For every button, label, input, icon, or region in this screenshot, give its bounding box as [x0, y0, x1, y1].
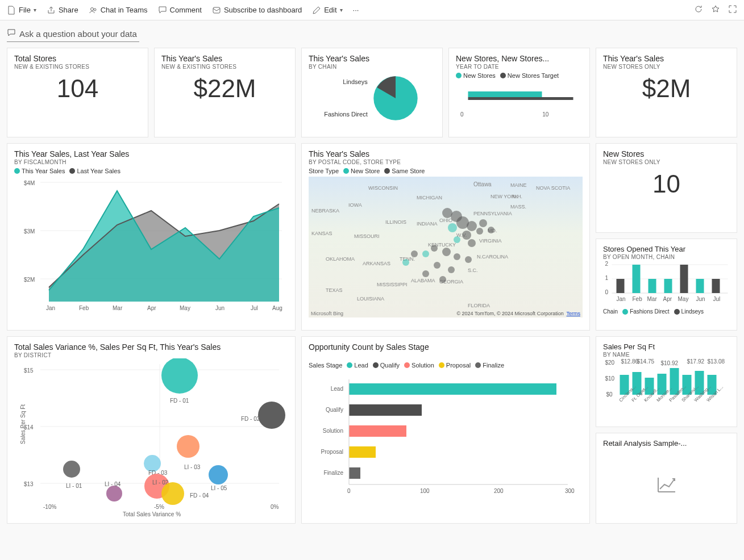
chevron-down-icon: ▾ [34, 7, 36, 13]
svg-text:Aug: Aug [272, 305, 282, 311]
bullet-chart [456, 81, 583, 110]
svg-text:200: 200 [494, 488, 504, 494]
tile-subtitle: YEAR TO DATE [456, 64, 583, 70]
fullscreen-icon[interactable] [728, 5, 737, 15]
tile-this-year-sales[interactable]: This Year's Sales NEW & EXISTING STORES … [154, 48, 296, 137]
svg-text:Apr: Apr [663, 296, 672, 302]
comment-label: Comment [170, 6, 202, 14]
legend-proposal: Proposal [446, 362, 471, 369]
tile-title: Retail Analysis Sample-... [603, 439, 730, 448]
svg-rect-5 [468, 97, 573, 100]
tile-title: Total Stores [14, 54, 141, 63]
legend-lead: Lead [354, 362, 368, 369]
legend-solution: Solution [412, 362, 434, 369]
tile-sales-per-sqft[interactable]: Sales Per Sq Ft BY NAME $20$10$0 $12.86 … [596, 336, 737, 427]
tile-total-stores[interactable]: Total Stores NEW & EXISTING STORES 104 [7, 48, 148, 137]
svg-text:$10: $10 [605, 375, 615, 382]
tile-title: This Year's Sales [161, 54, 288, 63]
svg-text:Feb: Feb [633, 296, 643, 302]
svg-rect-77 [349, 446, 376, 458]
ask-question-input[interactable]: Ask a question about your data [7, 27, 139, 42]
tile-stores-opened[interactable]: Stores Opened This Year BY OPEN MONTH, C… [596, 239, 737, 331]
svg-rect-2 [213, 7, 220, 13]
tile-title: This Year's Sales [309, 149, 583, 158]
share-label: Share [59, 6, 78, 14]
svg-text:Total Sales Variance %: Total Sales Variance % [123, 511, 181, 517]
tile-title: Sales Per Sq Ft [603, 342, 730, 351]
tile-new-stores-count[interactable]: New Stores NEW STORES ONLY 10 [596, 143, 737, 233]
more-menu[interactable]: ··· [353, 6, 359, 14]
svg-point-52 [177, 435, 199, 458]
tile-sales-by-chain[interactable]: This Year's Sales BY CHAIN Lindseys Fash… [301, 48, 443, 137]
svg-text:$20: $20 [605, 360, 615, 366]
tile-subtitle: NEW & EXISTING STORES [161, 64, 288, 70]
edit-menu[interactable]: Edit ▾ [312, 6, 342, 15]
svg-text:Feb: Feb [79, 305, 89, 311]
tile-opportunity[interactable]: Opportunity Count by Sales Stage Sales S… [301, 336, 590, 524]
chat-teams-button[interactable]: Chat in Teams [89, 6, 148, 15]
svg-text:$10.92: $10.92 [661, 360, 679, 366]
svg-text:Jul: Jul [251, 305, 258, 311]
tile-new-stores-bullet[interactable]: New Stores, New Stores... YEAR TO DATE N… [448, 48, 590, 137]
comment-button[interactable]: Comment [158, 6, 202, 15]
tile-subtitle: NEW & EXISTING STORES [14, 64, 141, 70]
share-icon [47, 6, 56, 15]
legend-this-year: This Year Sales [22, 168, 65, 174]
favorite-icon[interactable] [711, 5, 720, 15]
share-button[interactable]: Share [47, 6, 78, 15]
map-visual[interactable]: WISCONSIN MICHIGAN IOWA NEBRASKA ILLINOI… [309, 177, 583, 317]
map-provider: Microsoft Bing [311, 311, 343, 316]
area-chart: $4M $3M $2M JanFebMarAprMayJunJulAug [14, 177, 288, 313]
svg-text:$0: $0 [606, 391, 613, 398]
tile-value: $22M [161, 74, 288, 103]
svg-point-48 [161, 358, 198, 394]
svg-text:$12.86: $12.86 [621, 358, 639, 365]
svg-text:LI - 05: LI - 05 [211, 485, 227, 491]
comment-icon [158, 6, 167, 15]
chain-label: Chain [603, 308, 618, 315]
ellipsis-icon: ··· [353, 6, 359, 14]
comment-icon [7, 28, 16, 39]
legend-fashions: Fashions Direct [630, 308, 669, 315]
stage-label: Sales Stage [309, 362, 342, 369]
tile-sales-trend[interactable]: This Year Sales, Last Year Sales BY FISC… [7, 143, 296, 331]
axis-tick: 0 [460, 111, 464, 118]
tile-sales-new-stores[interactable]: This Year's Sales NEW STORES ONLY $2M [596, 48, 737, 137]
tile-subtitle: BY DISTRICT [14, 352, 288, 358]
tile-title: New Stores, New Stores... [456, 54, 583, 63]
svg-rect-27 [633, 265, 641, 293]
tile-title: New Stores [603, 149, 730, 158]
map-terms-link[interactable]: Terms [567, 311, 581, 316]
svg-rect-71 [349, 383, 556, 395]
svg-rect-30 [680, 265, 688, 293]
refresh-icon[interactable] [694, 5, 703, 15]
file-label: File [19, 6, 31, 14]
tile-title: Total Sales Variance %, Sales Per Sq Ft,… [14, 342, 288, 352]
svg-text:FD - 04: FD - 04 [190, 492, 209, 499]
svg-rect-79 [349, 467, 360, 479]
storetype-label: Store Type [309, 168, 339, 174]
tile-sales-map[interactable]: This Year's Sales BY POSTAL CODE, STORE … [301, 143, 590, 331]
tile-title: This Year's Sales [309, 54, 435, 63]
bar-chart-sqft: $20$10$0 $12.86 $14.75 $10.92 $17.92 $13… [603, 358, 730, 420]
legend-qualify: Qualify [380, 362, 400, 369]
svg-text:Lead: Lead [331, 386, 343, 392]
svg-text:Proposal: Proposal [321, 449, 343, 455]
tile-subtitle: NEW STORES ONLY [603, 159, 730, 165]
file-menu[interactable]: File ▾ [7, 6, 36, 15]
svg-rect-31 [696, 279, 704, 293]
tile-subtitle: BY CHAIN [309, 64, 435, 70]
tile-bubble-chart[interactable]: Total Sales Variance %, Sales Per Sq Ft,… [7, 336, 296, 524]
legend-finalize: Finalize [483, 362, 504, 369]
tile-retail-sample[interactable]: Retail Analysis Sample-... [596, 433, 737, 524]
dashboard-grid: Total Stores NEW & EXISTING STORES 104 T… [0, 48, 744, 530]
subscribe-button[interactable]: Subscribe to dashboard [212, 6, 302, 15]
legend-lindseys: Lindseys [681, 308, 704, 315]
svg-text:Jun: Jun [215, 305, 225, 311]
subscribe-icon [212, 6, 221, 15]
svg-text:Jan: Jan [46, 305, 55, 311]
svg-text:Mar: Mar [647, 296, 658, 302]
chat-label: Chat in Teams [101, 6, 148, 14]
svg-rect-28 [649, 279, 656, 293]
svg-text:Jan: Jan [617, 296, 626, 302]
